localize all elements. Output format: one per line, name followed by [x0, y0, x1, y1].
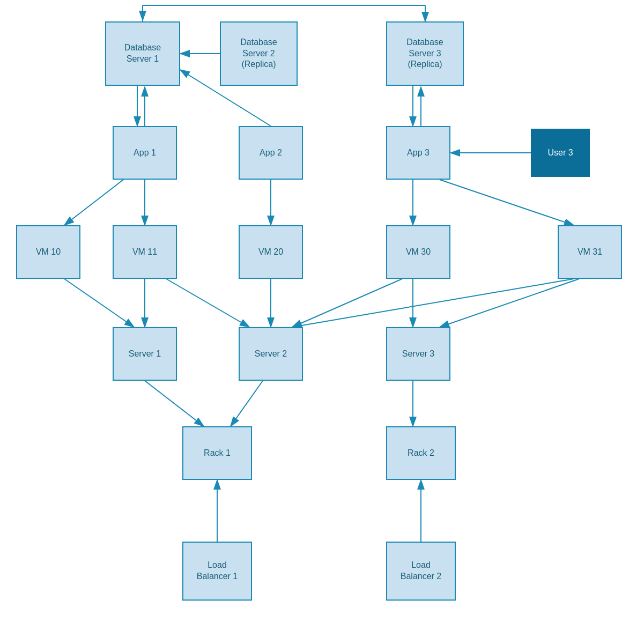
- node-lb2[interactable]: Load Balancer 2: [386, 542, 456, 601]
- node-db1[interactable]: Database Server 1: [105, 21, 180, 86]
- svg-line-18: [64, 279, 134, 327]
- node-db2[interactable]: Database Server 2 (Replica): [220, 21, 298, 86]
- node-db3[interactable]: Database Server 3 (Replica): [386, 21, 464, 86]
- node-vm10[interactable]: VM 10: [16, 225, 80, 279]
- svg-line-13: [64, 180, 123, 225]
- node-vm31[interactable]: VM 31: [558, 225, 622, 279]
- node-user3[interactable]: User 3: [531, 129, 590, 177]
- node-lb1[interactable]: Load Balancer 1: [182, 542, 252, 601]
- svg-line-24: [292, 279, 402, 327]
- node-rack2[interactable]: Rack 2: [386, 426, 456, 480]
- svg-line-25: [440, 279, 579, 327]
- arrows-svg: [0, 0, 644, 644]
- node-server3[interactable]: Server 3: [386, 327, 450, 381]
- node-vm20[interactable]: VM 20: [239, 225, 303, 279]
- node-app3[interactable]: App 3: [386, 126, 450, 180]
- svg-line-27: [231, 381, 263, 426]
- diagram: Database Server 1 Database Server 2 (Rep…: [0, 0, 644, 644]
- node-server2[interactable]: Server 2: [239, 327, 303, 381]
- node-server1[interactable]: Server 1: [113, 327, 177, 381]
- node-rack1[interactable]: Rack 1: [182, 426, 252, 480]
- svg-line-23: [292, 279, 574, 327]
- node-app2[interactable]: App 2: [239, 126, 303, 180]
- node-app1[interactable]: App 1: [113, 126, 177, 180]
- svg-line-21: [166, 279, 249, 327]
- svg-line-17: [440, 180, 574, 225]
- svg-line-26: [145, 381, 204, 426]
- node-vm30[interactable]: VM 30: [386, 225, 450, 279]
- node-vm11[interactable]: VM 11: [113, 225, 177, 279]
